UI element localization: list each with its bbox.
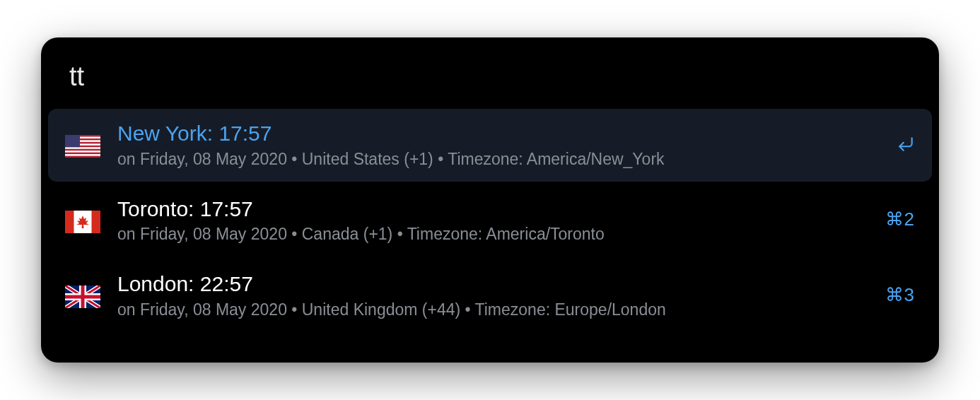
svg-rect-9 — [65, 211, 74, 233]
result-title: New York: 17:57 — [117, 120, 882, 147]
flag-icon-us — [65, 135, 100, 158]
result-text: London: 22:57 on Friday, 08 May 2020 • U… — [117, 271, 871, 319]
result-text: New York: 17:57 on Friday, 08 May 2020 •… — [117, 120, 882, 169]
result-item-london[interactable]: London: 22:57 on Friday, 08 May 2020 • U… — [48, 259, 932, 332]
result-text: Toronto: 17:57 on Friday, 08 May 2020 • … — [117, 196, 871, 245]
svg-rect-5 — [65, 151, 100, 152]
svg-rect-10 — [92, 211, 101, 233]
shortcut-enter — [897, 135, 915, 153]
search-input[interactable] — [69, 61, 911, 92]
svg-rect-6 — [65, 154, 100, 155]
svg-rect-7 — [65, 135, 80, 147]
svg-rect-4 — [65, 147, 100, 148]
result-title: London: 22:57 — [117, 271, 871, 298]
shortcut-cmd: ⌘3 — [885, 284, 915, 306]
flag-icon-gb — [65, 286, 100, 308]
flag-icon-ca — [65, 211, 100, 233]
results-list: New York: 17:57 on Friday, 08 May 2020 •… — [41, 109, 939, 363]
launcher-panel: New York: 17:57 on Friday, 08 May 2020 •… — [41, 37, 939, 363]
search-box — [41, 37, 939, 109]
result-item-toronto[interactable]: Toronto: 17:57 on Friday, 08 May 2020 • … — [48, 184, 932, 257]
result-subtitle: on Friday, 08 May 2020 • Canada (+1) • T… — [117, 225, 871, 244]
result-title: Toronto: 17:57 — [117, 196, 871, 223]
result-subtitle: on Friday, 08 May 2020 • United Kingdom … — [117, 300, 871, 319]
result-item-new-york[interactable]: New York: 17:57 on Friday, 08 May 2020 •… — [48, 109, 932, 182]
shortcut-cmd: ⌘2 — [885, 208, 915, 230]
result-subtitle: on Friday, 08 May 2020 • United States (… — [117, 150, 882, 169]
